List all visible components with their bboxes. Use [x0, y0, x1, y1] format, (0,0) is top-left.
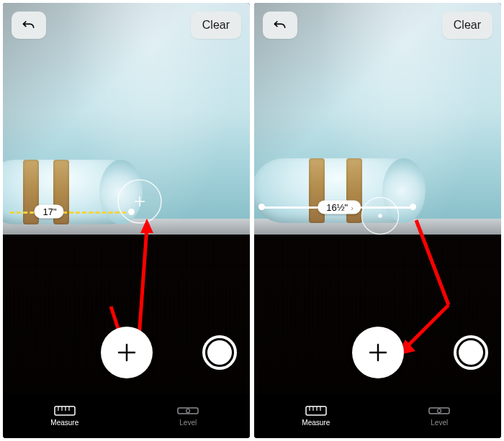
measurement-label[interactable]: 16½" › — [318, 201, 361, 214]
tab-level-label: Level — [179, 419, 197, 427]
clear-label: Clear — [202, 19, 230, 32]
ruler-icon — [54, 406, 76, 416]
undo-icon — [272, 18, 288, 32]
tab-level[interactable]: Level — [127, 394, 251, 438]
reticle-icon — [114, 176, 165, 227]
tab-bar: Measure Level — [3, 394, 250, 438]
controls — [254, 313, 501, 392]
undo-button[interactable] — [12, 12, 46, 39]
level-icon — [428, 406, 450, 416]
phone-left: 17" Clear — [3, 3, 250, 438]
clear-button[interactable]: Clear — [191, 12, 241, 39]
tab-measure[interactable]: Measure — [3, 394, 127, 438]
measurement-value: 17" — [42, 206, 56, 217]
measurement-label[interactable]: 17" — [34, 205, 63, 219]
ar-endpoint-dot — [258, 204, 265, 210]
svg-point-15 — [186, 409, 190, 412]
ruler-icon — [305, 406, 327, 416]
undo-button[interactable] — [263, 12, 297, 39]
tab-level-label: Level — [431, 419, 448, 427]
shutter-button[interactable] — [202, 335, 237, 370]
plus-icon — [116, 342, 138, 363]
measurement-value: 16½" — [326, 202, 348, 213]
tab-measure-label: Measure — [50, 419, 78, 427]
clear-button[interactable]: Clear — [442, 12, 492, 39]
ar-endpoint-dot — [410, 204, 416, 210]
top-bar: Clear — [263, 12, 492, 39]
phone-right: 16½" › Clear — [254, 3, 501, 438]
chevron-right-icon: › — [351, 203, 354, 212]
clear-label: Clear — [454, 19, 481, 32]
svg-point-29 — [438, 409, 441, 412]
svg-rect-9 — [55, 406, 75, 415]
shutter-button[interactable] — [454, 335, 488, 370]
tab-bar: Measure Level — [254, 394, 501, 438]
top-bar: Clear — [12, 12, 241, 39]
undo-icon — [21, 18, 37, 32]
plus-icon — [367, 342, 389, 363]
svg-point-17 — [378, 214, 382, 217]
add-point-button[interactable] — [101, 327, 153, 378]
controls — [3, 313, 250, 392]
tab-measure[interactable]: Measure — [254, 394, 378, 438]
tab-level[interactable]: Level — [378, 394, 502, 438]
svg-rect-23 — [306, 406, 326, 415]
reticle-icon — [357, 193, 403, 239]
add-point-button[interactable] — [352, 327, 404, 378]
level-icon — [177, 406, 199, 416]
tab-measure-label: Measure — [302, 419, 330, 427]
